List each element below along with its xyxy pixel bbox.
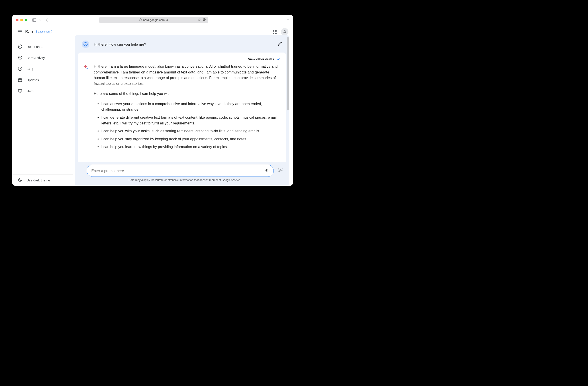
edit-message-icon[interactable]	[278, 42, 282, 47]
sidebar-item-label: Reset chat	[26, 45, 42, 49]
calendar-icon	[18, 78, 22, 82]
svg-point-7	[203, 19, 204, 20]
svg-point-19	[284, 30, 286, 32]
chat-container: Hi there! How can you help me? View othe…	[75, 35, 289, 186]
account-avatar[interactable]	[281, 28, 288, 36]
url-bar[interactable]: bard.google.com	[99, 17, 208, 23]
traffic-lights	[16, 19, 27, 21]
header-right	[273, 28, 288, 36]
scrollbar[interactable]	[287, 37, 289, 110]
moon-icon	[18, 178, 22, 183]
window-close-button[interactable]	[16, 19, 19, 21]
app-body: Bard Experiment Reset chat Bard Activity	[12, 25, 293, 186]
main-column: Hi there! How can you help me? View othe…	[73, 25, 293, 186]
lock-icon	[166, 18, 168, 22]
input-row	[87, 165, 283, 177]
new-tab-button[interactable]: +	[287, 17, 289, 22]
sidebar-item-label: Bard Activity	[26, 56, 45, 60]
hamburger-menu-icon[interactable]	[18, 30, 21, 33]
prompt-box[interactable]	[87, 165, 274, 177]
prompt-input[interactable]	[91, 169, 265, 173]
sidebar-item-label: Help	[26, 89, 33, 93]
svg-point-21	[85, 43, 86, 44]
reset-icon	[18, 44, 22, 49]
bard-sparkle-icon	[83, 64, 88, 152]
response-lead: Here are some of the things I can help y…	[94, 91, 280, 97]
view-drafts-button[interactable]: View other drafts	[83, 58, 280, 64]
url-text: bard.google.com	[143, 18, 165, 21]
svg-rect-22	[266, 169, 268, 171]
back-button-icon[interactable]	[46, 18, 48, 22]
url-right-controls	[198, 18, 206, 22]
sidebar: Reset chat Bard Activity FAQ	[12, 38, 73, 186]
experiment-badge: Experiment	[36, 30, 52, 33]
drafts-label: View other drafts	[248, 58, 274, 61]
window-maximize-button[interactable]	[25, 19, 27, 21]
sidebar-toggle-icon[interactable]	[32, 19, 36, 21]
sidebar-item-updates[interactable]: Updates	[12, 74, 73, 85]
brand: Bard Experiment	[25, 29, 52, 34]
brand-name: Bard	[25, 29, 35, 34]
bullet-item: I can help you stay organized by keeping…	[101, 136, 280, 142]
svg-point-8	[204, 19, 205, 20]
left-column: Bard Experiment Reset chat Bard Activity	[12, 25, 73, 186]
help-circle-icon	[18, 66, 22, 71]
history-icon	[18, 55, 22, 60]
browser-titlebar: bard.google.com +	[12, 15, 293, 25]
bullet-item: I can answer your questions in a compreh…	[101, 101, 280, 112]
input-area: Bard may display inaccurate or offensive…	[75, 162, 289, 186]
dropdown-chevron-icon[interactable]	[39, 19, 41, 21]
reload-icon[interactable]	[198, 18, 201, 22]
sidebar-item-label: FAQ	[26, 67, 33, 71]
svg-point-12	[20, 70, 20, 70]
toolbar-left-controls	[32, 18, 48, 22]
bullet-item: I can generate different creative text f…	[101, 115, 280, 126]
send-icon[interactable]	[278, 168, 283, 174]
sidebar-item-faq[interactable]: FAQ	[12, 63, 73, 74]
svg-rect-13	[19, 79, 22, 81]
response-body: Hi there! I am a large language model, a…	[83, 64, 280, 152]
google-apps-icon[interactable]	[273, 30, 277, 34]
sidebar-item-reset-chat[interactable]: Reset chat	[12, 41, 73, 52]
user-avatar-icon	[82, 41, 89, 48]
response-bullets: I can answer your questions in a compreh…	[94, 101, 280, 150]
dark-theme-toggle[interactable]: Use dark theme	[12, 175, 73, 186]
svg-point-18	[20, 91, 20, 92]
bullet-item: I can help you learn new things by provi…	[101, 144, 280, 150]
bullet-item: I can help you with your tasks, such as …	[101, 128, 280, 134]
svg-point-9	[205, 19, 205, 20]
dark-theme-label: Use dark theme	[26, 178, 50, 182]
user-message-row: Hi there! How can you help me?	[75, 37, 289, 51]
globe-icon	[139, 18, 142, 22]
svg-rect-0	[33, 19, 36, 21]
browser-window: bard.google.com + Bard	[12, 15, 293, 186]
content-wrap: Hi there! How can you help me? View othe…	[73, 35, 293, 186]
sidebar-item-help[interactable]: Help	[12, 85, 73, 97]
response-text: Hi there! I am a large language model, a…	[94, 64, 280, 152]
disclaimer-text: Bard may display inaccurate or offensive…	[87, 177, 283, 183]
response-intro: Hi there! I am a large language model, a…	[94, 64, 280, 86]
app-header: Bard Experiment	[12, 25, 73, 38]
window-minimize-button[interactable]	[20, 19, 23, 21]
user-message-text: Hi there! How can you help me?	[94, 42, 273, 46]
sidebar-item-activity[interactable]: Bard Activity	[12, 52, 73, 63]
more-icon[interactable]	[202, 18, 206, 22]
feedback-icon	[18, 89, 22, 94]
svg-rect-5	[167, 20, 168, 21]
sidebar-item-label: Updates	[26, 78, 39, 82]
microphone-icon[interactable]	[265, 168, 269, 174]
chevron-down-icon	[276, 58, 280, 61]
